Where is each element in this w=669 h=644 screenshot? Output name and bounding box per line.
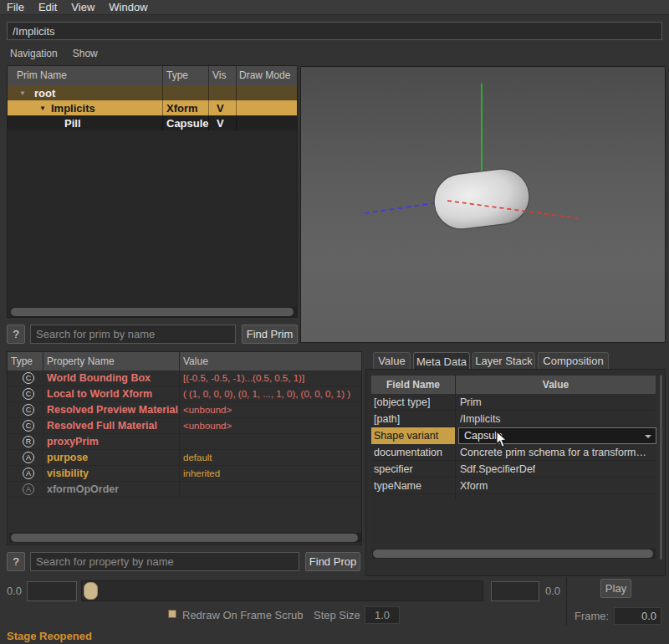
step-size-input[interactable]: [365, 606, 400, 624]
property-row[interactable]: A visibility inherited: [8, 466, 361, 482]
field-name: [path]: [374, 413, 400, 425]
frame-input[interactable]: [614, 607, 661, 625]
computed-property-icon: C: [23, 372, 34, 384]
field-value: Sdf.SpecifierDef: [460, 463, 535, 475]
menu-bar: File Edit View Window: [0, 0, 669, 15]
end-frame-input[interactable]: [491, 581, 539, 601]
metadata-row-shape-variant: Shape variant Capsule: [371, 427, 656, 444]
shape-variant-combobox[interactable]: Capsule: [458, 427, 656, 444]
computed-property-icon: C: [23, 420, 34, 432]
scrollbar-handle[interactable]: [373, 549, 653, 558]
tab-layer-stack[interactable]: Layer Stack: [472, 352, 535, 369]
prim-type: Capsule: [166, 117, 209, 130]
prim-tree-header: Prim Name Type Vis Draw Mode: [8, 66, 297, 85]
prim-name: Pill: [64, 117, 81, 130]
prim-path-input[interactable]: [7, 22, 662, 40]
property-value: <unbound>: [183, 421, 232, 431]
prim-search-row: ? Find Prim: [7, 325, 298, 344]
metadata-panel: Field Name Value [object type] Prim [pat…: [365, 369, 666, 576]
scrollbar-handle[interactable]: [11, 308, 294, 316]
column-divider: [236, 66, 237, 130]
collapse-triangle-icon[interactable]: ▼: [39, 105, 46, 112]
tree-horizontal-scrollbar[interactable]: [9, 307, 297, 317]
property-row[interactable]: A purpose default: [8, 450, 361, 466]
property-name: purpose: [47, 452, 88, 463]
col-value[interactable]: Value: [456, 376, 656, 394]
col-value[interactable]: Value: [183, 355, 208, 367]
usdview-window: File Edit View Window Navigation Show Pr…: [0, 0, 669, 644]
status-message: Stage Reopened: [7, 630, 92, 642]
field-name: [object type]: [374, 396, 430, 408]
property-search-help-button[interactable]: ?: [7, 552, 25, 571]
step-size-label: Step Size: [314, 609, 360, 621]
menu-edit[interactable]: Edit: [38, 1, 57, 13]
property-header: Type Property Name Value: [8, 352, 361, 371]
col-field-name[interactable]: Field Name: [371, 376, 455, 394]
find-prop-button[interactable]: Find Prop: [305, 552, 360, 571]
redraw-label: Redraw On Frame Scrub: [182, 609, 304, 621]
metadata-table: Field Name Value [object type] Prim [pat…: [371, 376, 656, 543]
field-name: Shape variant: [371, 427, 455, 444]
start-frame-input[interactable]: [27, 581, 77, 601]
prim-search-help-button[interactable]: ?: [7, 325, 25, 344]
property-row[interactable]: C World Bounding Box [(-0.5, -0.5, -1)..…: [8, 371, 361, 386]
property-search-input[interactable]: [30, 552, 299, 571]
property-name: visibility: [47, 468, 89, 479]
column-divider: [179, 352, 180, 498]
property-panel: Type Property Name Value C World Boundin…: [7, 351, 362, 545]
tab-value[interactable]: Value: [373, 352, 411, 369]
col-property-name[interactable]: Property Name: [47, 355, 115, 367]
field-value: Concrete prim schema for a transform…: [460, 447, 646, 458]
property-search-row: ? Find Prop: [7, 552, 360, 571]
field-name: specifier: [374, 463, 413, 475]
scrollbar-handle[interactable]: [11, 534, 358, 542]
property-value: ( (1, 0, 0, 0), (0, 1, ..., 1, 0), (0, 0…: [183, 389, 350, 399]
tree-menu-navigation[interactable]: Navigation: [10, 48, 58, 59]
prim-search-input[interactable]: [30, 325, 236, 344]
relationship-property-icon: R: [23, 436, 34, 447]
property-row[interactable]: C Resolved Full Material <unbound>: [8, 418, 361, 434]
metadata-horizontal-scrollbar[interactable]: [372, 549, 656, 559]
end-time-label: 0.0: [545, 585, 560, 597]
column-divider: [455, 376, 456, 501]
property-row[interactable]: C Local to World Xform ( (1, 0, 0, 0), (…: [8, 386, 361, 402]
frame-slider[interactable]: [81, 580, 483, 601]
col-type[interactable]: Type: [11, 355, 33, 367]
redraw-checkbox[interactable]: [168, 610, 176, 618]
col-vis[interactable]: Vis: [212, 69, 226, 81]
tree-row-root[interactable]: ▼ root: [8, 85, 297, 100]
menu-file[interactable]: File: [7, 1, 24, 13]
property-horizontal-scrollbar[interactable]: [9, 533, 361, 543]
prim-vis[interactable]: V: [217, 117, 224, 130]
metadata-row: typeName Xform: [371, 478, 656, 494]
col-prim-name[interactable]: Prim Name: [17, 69, 67, 81]
attribute-property-icon: A: [23, 483, 34, 495]
tree-row-implicits[interactable]: ▼ Implicits Xform V: [8, 100, 297, 115]
menu-window[interactable]: Window: [109, 1, 147, 13]
prim-name: Implicits: [51, 102, 95, 115]
attribute-property-icon: A: [23, 468, 34, 479]
find-prim-button[interactable]: Find Prim: [242, 325, 298, 344]
tab-meta-data[interactable]: Meta Data: [413, 352, 470, 370]
property-row[interactable]: A xformOpOrder: [8, 482, 361, 498]
prim-vis[interactable]: V: [217, 102, 224, 115]
play-button[interactable]: Play: [600, 579, 631, 598]
menu-view[interactable]: View: [71, 1, 94, 13]
col-draw-mode[interactable]: Draw Mode: [239, 69, 290, 81]
frame-slider-handle[interactable]: [84, 582, 98, 600]
metadata-vertical-scrollbar[interactable]: [660, 376, 662, 560]
col-type[interactable]: Type: [166, 69, 188, 81]
prim-name: root: [34, 87, 55, 100]
capsule-render: [301, 67, 665, 342]
tab-composition[interactable]: Composition: [538, 352, 609, 369]
property-row[interactable]: R proxyPrim: [8, 434, 361, 450]
stage-viewport[interactable]: [300, 66, 666, 343]
tree-menu-row: Navigation Show: [7, 45, 298, 62]
tree-row-pill[interactable]: Pill Capsule V: [8, 115, 297, 130]
property-row[interactable]: C Resolved Preview Material <unbound>: [8, 402, 361, 418]
field-value: Xform: [460, 480, 488, 492]
collapse-triangle-icon[interactable]: ▼: [19, 89, 26, 97]
column-divider: [43, 352, 43, 498]
capsule-geometry: [431, 166, 532, 232]
tree-menu-show[interactable]: Show: [73, 48, 98, 59]
